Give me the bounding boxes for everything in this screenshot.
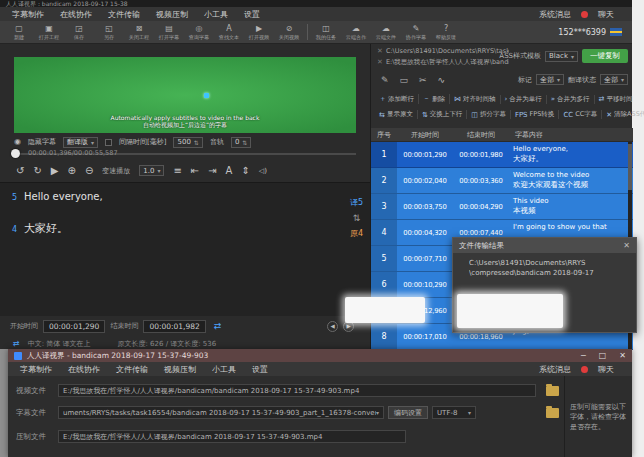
jump-end-icon[interactable]: ⇥ [208, 165, 216, 177]
original-line[interactable]: 4 大家好。 [12, 221, 68, 236]
encoding-settings-button[interactable]: 编码设置 [388, 406, 428, 419]
file-tab[interactable]: ✕ E:\我思故我在\哲学怪人\人人译视界\bandicam 2018-09-1… [377, 57, 509, 68]
maximize-button[interactable]: □ [599, 351, 607, 360]
translation-line[interactable]: 5 Hello everyone, [12, 191, 103, 202]
close-icon[interactable]: ✕ [377, 57, 383, 68]
menu-item[interactable]: 文件传输 [100, 9, 148, 20]
scissors-icon[interactable]: ✂ [419, 75, 427, 85]
menu-item[interactable]: 视频压制 [156, 364, 204, 375]
line-spacing-icon[interactable]: ⇕ [241, 165, 249, 177]
toolbar-button[interactable]: ▶打开视频 [244, 24, 274, 40]
op-button[interactable]: »合并为多行 [547, 95, 595, 104]
toolbar-button[interactable]: ◲保存 [64, 24, 94, 40]
op-button[interactable]: ✕清除ASS代码 [602, 110, 644, 119]
toolbar-button[interactable]: ▢新建 [4, 24, 34, 40]
menu-item[interactable]: 小工具 [204, 364, 244, 375]
table-row[interactable]: 300:00:03,75000:00:04,290This video本视频 [371, 194, 633, 220]
subtitle-file-select[interactable]: uments/RRYS/tasks/task16554/bandicam 201… [58, 406, 384, 419]
menu-item[interactable]: 在线协作 [60, 364, 108, 375]
toolbar-button[interactable]: ?帮助反馈 [431, 24, 461, 40]
folder-icon[interactable] [546, 386, 559, 396]
original-count-badge[interactable]: 原4 [350, 228, 363, 239]
toolbar-button[interactable]: ▣打开工程 [34, 24, 64, 40]
toolbar-button[interactable]: ⊠关闭工程 [124, 24, 154, 40]
toolbar-button[interactable]: ☁云端合作 [341, 24, 371, 40]
table-row[interactable]: 200:00:02,04000:00:03,360Welcome to the … [371, 168, 633, 194]
toolbar-button[interactable]: ✎协作字幕 [401, 24, 431, 40]
folder-icon[interactable] [546, 408, 559, 418]
close-button[interactable]: ✕ [619, 351, 626, 360]
language-swap-icon[interactable]: ⇄ [13, 339, 20, 348]
menu-item[interactable]: 视频压制 [148, 9, 196, 20]
file-tab[interactable]: ✕ C:\Users\81491\Documents\RRYS\tasks\ta… [377, 46, 509, 57]
chat-button[interactable]: 聊天 [598, 9, 614, 20]
toolbar-button[interactable]: ▤打开字幕 [154, 24, 184, 40]
system-messages-button[interactable]: 系统消息 [539, 364, 571, 375]
jump-start-icon[interactable]: ⇤ [191, 165, 199, 177]
swap-time-icon[interactable]: ⇄ [214, 321, 222, 331]
video-file-input[interactable]: E:/我思故我在/哲学怪人/人人译视界/bandicam/bandicam 20… [58, 384, 536, 397]
zoom-in-icon[interactable]: ⊕ [67, 165, 75, 177]
menu-item[interactable]: 小工具 [196, 9, 236, 20]
hide-subtitle-button[interactable]: 隐藏字幕 [28, 137, 56, 147]
one-click-copy-button[interactable]: 一键复制 [582, 49, 628, 63]
redo-icon[interactable]: ↻ [33, 165, 41, 177]
start-time-input[interactable]: 00:00:01,290 [43, 320, 105, 333]
toolbar-button[interactable]: ◱另存 [94, 24, 124, 40]
user-account[interactable]: 152***6399 [558, 28, 622, 37]
translate-state-select[interactable]: 全部▾ [600, 74, 628, 85]
op-button[interactable]: ◫拆分字幕 [467, 110, 511, 119]
subtitle-edit-area[interactable]: 5 Hello everyone, 4 大家好。 译5 ⇅ 原4 [0, 182, 370, 316]
ass-template-select[interactable]: Black▾ [545, 51, 578, 62]
translation-count-badge[interactable]: 译5 [350, 197, 363, 208]
op-button[interactable]: ⇆显示原文 [375, 110, 418, 119]
title-bar[interactable]: 人人译视界 - bandicam 2018-09-17 15-37-49-903… [8, 349, 632, 362]
mark-filter-select[interactable]: 全部▾ [536, 74, 564, 85]
close-icon[interactable]: ✕ [377, 46, 383, 57]
encoding-select[interactable]: UTF-8 ▾ [432, 406, 476, 419]
font-size-icon[interactable]: A [226, 165, 233, 177]
op-button[interactable]: CCCC字幕 [559, 110, 602, 119]
op-button[interactable]: ›合并为单行 [501, 95, 547, 104]
toolbar-button[interactable]: ◫我的任务 [311, 24, 341, 40]
track-spinner[interactable]: 0⇅ [231, 137, 252, 148]
subtitle-version-select[interactable]: 翻译版▾ [63, 137, 98, 148]
playlist-icon[interactable]: ≡ [173, 165, 181, 177]
menu-item[interactable]: 字幕制作 [12, 364, 60, 375]
gap-checkbox[interactable] [105, 139, 112, 146]
prev-line-button[interactable]: ◀ [327, 321, 338, 332]
minimize-button[interactable]: ─ [581, 351, 586, 360]
toolbar-button[interactable]: ◎查询字幕 [184, 24, 214, 40]
chat-button[interactable]: 聊天 [598, 364, 614, 375]
ruler-icon[interactable]: ▭ [400, 75, 409, 85]
swap-lines-icon[interactable]: ⇅ [353, 213, 361, 223]
op-button[interactable]: FPSFPS转换 [511, 110, 560, 119]
end-time-input[interactable]: 00:00:01,982 [143, 320, 205, 333]
op-button[interactable]: ⋈对齐时间轴 [450, 95, 501, 104]
play-icon[interactable]: ▶ [51, 165, 59, 177]
output-file-input[interactable]: E:/我思故我在/哲学怪人/人人译视界/bandicam 2018-09-17 … [58, 430, 406, 443]
toolbar-button[interactable]: ⊘关闭视频 [274, 24, 304, 40]
scrollbar-thumb[interactable] [628, 144, 632, 190]
waveform-icon[interactable]: ∿ [438, 75, 446, 85]
toolbar-button[interactable]: A查找文本 [214, 24, 244, 40]
menu-item[interactable]: 在线协作 [52, 9, 100, 20]
menu-item[interactable]: 字幕制作 [4, 9, 52, 20]
menu-item[interactable]: 设置 [236, 9, 268, 20]
op-button[interactable]: ⇅交换上下行 [418, 110, 467, 119]
close-icon[interactable]: ✕ [623, 241, 630, 250]
undo-icon[interactable]: ↺ [16, 165, 24, 177]
edit-icon[interactable]: ✎ [381, 75, 389, 85]
table-row[interactable]: 100:00:01,29000:00:01,980Hello everyone,… [371, 142, 633, 168]
video-player[interactable]: Automatically apply subtitles to video i… [14, 57, 356, 133]
menu-item[interactable]: 文件传输 [108, 364, 156, 375]
op-button[interactable]: ＋添加断行 [375, 94, 419, 104]
seek-handle[interactable] [11, 149, 20, 158]
menu-item[interactable]: 设置 [244, 364, 276, 375]
op-button[interactable]: ⇄平移时间 [595, 95, 637, 104]
system-messages-button[interactable]: 系统消息 [539, 9, 571, 20]
volume-icon[interactable]: ◁) [259, 165, 267, 177]
toolbar-button[interactable]: ☁云端文件 [371, 24, 401, 40]
gap-spinner[interactable]: 500⇅ [173, 137, 202, 148]
op-button[interactable]: －删除 [419, 94, 450, 104]
